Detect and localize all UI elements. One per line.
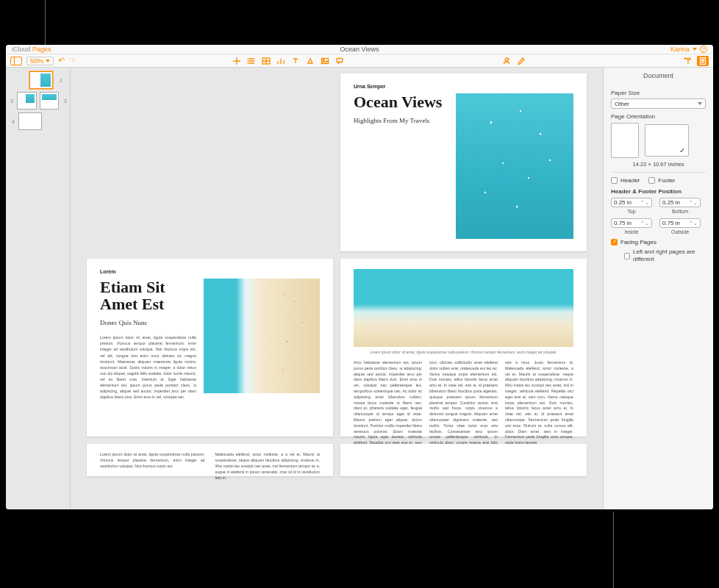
thumbnail-spread: 2 3 <box>9 93 67 109</box>
page-thumbnail[interactable] <box>30 72 52 88</box>
document-canvas[interactable]: Urna Semper Ocean Views Highlights From … <box>71 68 603 509</box>
page-thumbnail[interactable] <box>18 93 35 109</box>
tools-button[interactable] <box>516 56 526 66</box>
body-text[interactable]: Arcu habitasse elementum est, ipsum puru… <box>354 360 573 446</box>
svg-point-0 <box>248 58 248 59</box>
chart-button[interactable] <box>276 56 286 66</box>
thumbnail-spread: 1 <box>9 72 67 88</box>
callout-line <box>45 0 46 51</box>
author-line: Urna Semper <box>354 84 573 89</box>
title-bar: iCloud Pages Ocean Views Karina ? <box>6 45 713 54</box>
orientation-portrait[interactable] <box>611 123 639 158</box>
lr-pages-different-checkbox[interactable]: Left and right pages are different <box>624 248 706 264</box>
thumbnail-spread: 4 <box>9 113 67 129</box>
page-number: 3 <box>62 98 67 104</box>
table-button[interactable] <box>261 56 271 66</box>
page-image[interactable] <box>456 93 573 239</box>
facing-pages-checkbox[interactable]: Facing Pages <box>611 239 706 245</box>
page-image[interactable] <box>204 279 320 393</box>
header-checkbox[interactable]: Header <box>611 177 640 184</box>
svg-point-1 <box>248 60 248 61</box>
page-thumbnail[interactable] <box>19 113 41 129</box>
redo-button[interactable]: ↷ <box>69 56 76 65</box>
svg-point-9 <box>689 57 690 59</box>
chevron-down-icon <box>698 102 702 105</box>
svg-rect-6 <box>337 58 343 62</box>
document-inspector: Document Paper Size Other Page Orientati… <box>603 68 713 509</box>
page-number: 1 <box>57 78 62 83</box>
brand-prefix: iCloud <box>12 46 31 53</box>
paper-size-value: Other <box>615 101 629 107</box>
page-number: 4 <box>9 119 15 124</box>
list-style-button[interactable] <box>246 56 257 66</box>
brand-suffix: Pages <box>32 46 51 53</box>
footer-checkbox[interactable]: Footer <box>648 177 675 184</box>
page-thumbnail[interactable] <box>40 93 58 109</box>
zoom-value: 50% <box>30 57 43 65</box>
top-margin-stepper[interactable]: 0.25 in⌃⌄ Top <box>611 198 652 214</box>
orientation-label: Page Orientation <box>611 113 706 120</box>
document-page[interactable]: Urna Semper Ocean Views Highlights From … <box>340 74 587 251</box>
page-dimensions: 14.22 × 10.67 inches <box>611 161 706 168</box>
format-panel-button[interactable] <box>682 56 693 66</box>
body-text[interactable]: Lorem ipsum dolor sit amet, ligula suspe… <box>100 334 197 400</box>
page-thumbnails-sidebar: 1 2 3 4 <box>6 68 71 509</box>
outside-margin-stepper[interactable]: 0.75 in⌃⌄ Outside <box>659 218 701 234</box>
inspector-title: Document <box>604 68 713 82</box>
svg-point-8 <box>508 58 509 60</box>
document-page[interactable]: Lorem ipsum dolor sit amet, ligula suspe… <box>87 444 333 476</box>
shape-button[interactable] <box>305 56 315 66</box>
user-menu[interactable]: Karina ? <box>670 46 707 53</box>
document-panel-button[interactable] <box>697 56 709 66</box>
text-button[interactable] <box>290 56 301 66</box>
document-page[interactable]: Lorem ipsum dolor sit amet, ligula suspe… <box>340 259 587 437</box>
user-name: Karina <box>670 46 690 53</box>
document-title: Ocean Views <box>6 46 713 53</box>
inside-margin-stepper[interactable]: 0.75 in⌃⌄ Inside <box>611 218 652 234</box>
chevron-down-icon <box>693 48 697 51</box>
callout-line <box>613 512 614 588</box>
sidebar-toggle-button[interactable] <box>10 57 22 65</box>
document-page[interactable] <box>340 444 587 476</box>
body-text[interactable]: Lorem ipsum dolor sit amet, ligula suspe… <box>100 451 205 481</box>
header-footer-position-label: Header & Footer Position <box>611 188 706 195</box>
bottom-margin-stepper[interactable]: 0.25 in⌃⌄ Bottom <box>659 198 701 214</box>
paper-size-select[interactable]: Other <box>611 98 706 109</box>
app-window: iCloud Pages Ocean Views Karina ? 50% ↶ … <box>6 45 713 509</box>
orientation-landscape[interactable] <box>645 124 689 157</box>
undo-button[interactable]: ↶ <box>58 56 65 65</box>
collaborate-button[interactable] <box>501 56 512 66</box>
app-brand: iCloud Pages <box>12 46 51 53</box>
image-caption[interactable]: Lorem ipsum dolor sit amet, ligula suspe… <box>354 350 573 354</box>
kicker: Lorem <box>100 269 320 274</box>
comment-button[interactable] <box>335 56 345 66</box>
help-icon[interactable]: ? <box>700 46 707 53</box>
toolbar: 50% ↶ ↷ <box>6 54 713 68</box>
zoom-menu[interactable]: 50% <box>26 57 54 65</box>
media-button[interactable] <box>320 56 330 66</box>
paper-size-label: Paper Size <box>611 90 706 96</box>
svg-point-7 <box>505 58 508 61</box>
insert-button[interactable] <box>232 56 242 66</box>
body-text[interactable]: Malesuada eleifend, tortor molestie, a a… <box>215 451 321 481</box>
svg-point-2 <box>248 62 248 63</box>
chevron-down-icon <box>46 60 50 62</box>
page-image[interactable] <box>354 269 573 347</box>
page-number: 2 <box>9 98 13 104</box>
document-page[interactable]: Lorem Etiam Sit Amet Est Donec Quis Nunc… <box>87 259 333 437</box>
